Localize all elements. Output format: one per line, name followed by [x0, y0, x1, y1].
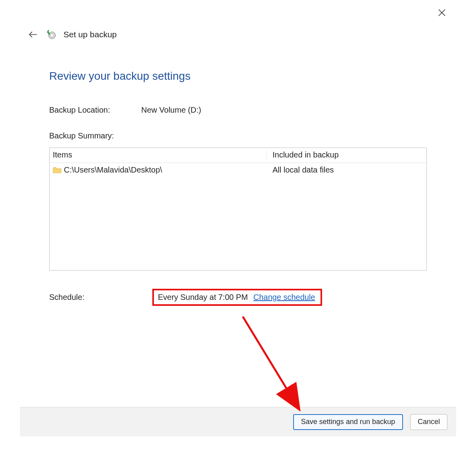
schedule-label: Schedule: — [49, 293, 152, 302]
cancel-button[interactable]: Cancel — [410, 414, 447, 430]
backup-location-label: Backup Location: — [49, 106, 141, 115]
backup-summary-table[interactable]: Items Included in backup C:\Users\Malavi… — [49, 148, 427, 271]
table-row[interactable]: C:\Users\Malavida\Desktop\ All local dat… — [50, 163, 426, 177]
back-arrow-icon — [28, 31, 38, 38]
schedule-highlight-box: Every Sunday at 7:00 PM Change schedule — [152, 289, 322, 306]
summary-col-items[interactable]: Items — [53, 150, 267, 159]
backup-summary-label: Backup Summary: — [49, 131, 427, 140]
close-button[interactable] — [436, 7, 447, 18]
backup-location-row: Backup Location: New Volume (D:) — [49, 106, 427, 115]
wizard-content: Review your backup settings Backup Locat… — [20, 40, 456, 407]
folder-icon — [53, 167, 61, 174]
summary-col-included[interactable]: Included in backup — [267, 150, 423, 159]
schedule-row: Schedule: Every Sunday at 7:00 PM Change… — [49, 289, 427, 306]
summary-item-included: All local data files — [267, 165, 423, 175]
wizard-footer: Save settings and run backup Cancel — [20, 407, 456, 436]
wizard-window: Set up backup Review your backup setting… — [20, 0, 456, 436]
backup-wizard-icon — [46, 29, 56, 40]
summary-item-path: C:\Users\Malavida\Desktop\ — [64, 165, 162, 175]
back-button[interactable] — [27, 29, 39, 40]
wizard-header: Set up backup — [20, 0, 456, 40]
save-and-run-button[interactable]: Save settings and run backup — [293, 414, 403, 430]
summary-header-row: Items Included in backup — [50, 148, 426, 163]
svg-point-4 — [51, 34, 53, 36]
page-heading: Review your backup settings — [49, 70, 427, 83]
close-icon — [438, 9, 446, 17]
backup-location-value: New Volume (D:) — [141, 106, 201, 115]
schedule-value: Every Sunday at 7:00 PM — [158, 293, 248, 302]
wizard-title: Set up backup — [63, 30, 117, 39]
change-schedule-link[interactable]: Change schedule — [253, 293, 315, 302]
